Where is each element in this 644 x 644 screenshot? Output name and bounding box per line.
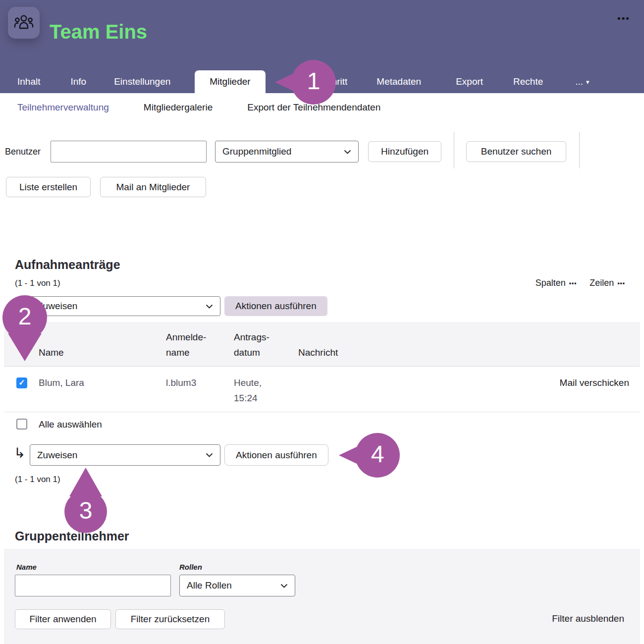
- subnav-teilnehmerverwaltung[interactable]: Teilnehmerverwaltung: [17, 102, 109, 113]
- zuweisen-select-bottom-value: Zuweisen: [37, 450, 77, 461]
- column-header-anmeldename[interactable]: Anmelde-name: [166, 329, 215, 360]
- marker-pin-left-icon: [273, 59, 337, 106]
- filter-ausblenden-link[interactable]: Filter ausblenden: [552, 613, 624, 624]
- zuweisen-select-bottom[interactable]: Zuweisen: [30, 444, 220, 466]
- column-header-nachricht[interactable]: Nachricht: [298, 345, 338, 360]
- row-checkbox[interactable]: [16, 377, 27, 388]
- step-marker-1: 1: [273, 59, 337, 106]
- filter-zuruecksetzen-button[interactable]: Filter zurücksetzen: [115, 609, 225, 629]
- mail-an-mitglieder-button[interactable]: Mail an Mitglieder: [100, 177, 206, 197]
- aktionen-ausfuehren-button-bottom[interactable]: Aktionen ausführen: [224, 444, 328, 466]
- rollen-select[interactable]: Alle Rollen: [179, 575, 295, 596]
- aktionen-ausfuehren-button-top[interactable]: Aktionen ausführen: [224, 296, 327, 316]
- zeilen-dots-icon: •••: [617, 280, 625, 287]
- divider: [454, 132, 454, 168]
- cell-login: l.blum3: [166, 375, 196, 390]
- subnav-mitgliedergalerie[interactable]: Mitgliedergalerie: [144, 102, 213, 113]
- page: Team Eins ••• Inhalt Info Einstellungen …: [0, 0, 644, 644]
- section-title-aufnahmeantraege: Aufnahmeanträge: [15, 258, 120, 272]
- tab-export[interactable]: Export: [456, 70, 483, 93]
- zuweisen-select-top[interactable]: Zuweisen: [30, 296, 220, 316]
- select-all-checkbox[interactable]: [16, 419, 27, 429]
- cell-name: Blum, Lara: [39, 375, 84, 390]
- spalten-label: Spalten: [536, 278, 566, 288]
- tab-metadaten[interactable]: Metadaten: [376, 70, 421, 93]
- tab-inhalt[interactable]: Inhalt: [17, 70, 40, 93]
- mail-verschicken-link[interactable]: Mail verschicken: [560, 375, 629, 390]
- step-marker-4: 4: [337, 432, 402, 480]
- rollen-select-value: Alle Rollen: [187, 580, 232, 591]
- zeilen-label: Zeilen: [590, 278, 614, 288]
- tab-rechte[interactable]: Rechte: [513, 70, 543, 93]
- chevron-down-icon: ▾: [586, 78, 590, 86]
- marker-number: 2: [18, 303, 32, 330]
- spalten-dots-icon: •••: [569, 280, 577, 287]
- chevron-down-icon: [206, 304, 213, 309]
- chevron-down-icon: [280, 584, 288, 588]
- tab-more[interactable]: ... ▾: [575, 70, 589, 93]
- spalten-menu[interactable]: Spalten •••: [536, 278, 577, 288]
- benutzer-suchen-button[interactable]: Benutzer suchen: [466, 141, 566, 162]
- result-count-bottom: (1 - 1 von 1): [15, 475, 60, 484]
- benutzer-label: Benutzer: [5, 141, 41, 162]
- marker-number: 1: [307, 67, 321, 95]
- filter-name-label: Name: [16, 563, 37, 571]
- step-marker-3: 3: [63, 466, 108, 534]
- tab-einstellungen[interactable]: Einstellungen: [114, 70, 170, 93]
- filter-anwenden-button[interactable]: Filter anwenden: [15, 609, 111, 629]
- table-menus: Spalten ••• Zeilen •••: [536, 278, 625, 288]
- result-count: (1 - 1 von 1): [15, 278, 60, 288]
- tab-mitglieder[interactable]: Mitglieder: [195, 70, 265, 93]
- cell-date: Heute, 15:24: [234, 375, 281, 406]
- divider: [579, 132, 580, 168]
- chevron-down-icon: [344, 150, 351, 154]
- marker-number: 3: [79, 497, 93, 524]
- benutzer-input[interactable]: [51, 141, 207, 162]
- group-icon: [8, 7, 40, 39]
- hinzufuegen-button[interactable]: Hinzufügen: [368, 141, 441, 162]
- column-header-antragsdatum[interactable]: Antrags-datum: [234, 329, 279, 360]
- select-all-label: Alle auswählen: [39, 419, 102, 430]
- tab-more-label: ...: [575, 76, 583, 87]
- filter-rollen-label: Rollen: [179, 563, 202, 571]
- page-title: Team Eins: [50, 21, 147, 43]
- chevron-down-icon: [206, 453, 213, 457]
- step-marker-2: 2: [1, 294, 49, 363]
- filter-name-input[interactable]: [15, 575, 171, 596]
- zeilen-menu[interactable]: Zeilen •••: [590, 278, 625, 288]
- role-select-value: Gruppenmitglied: [222, 146, 291, 157]
- tab-info[interactable]: Info: [70, 70, 86, 93]
- role-select[interactable]: Gruppenmitglied: [215, 141, 359, 162]
- people-group-icon: [13, 12, 34, 33]
- marker-pin-left-icon: [337, 432, 402, 480]
- marker-number: 4: [371, 440, 384, 468]
- table-header-row: Name Anmelde-name Antrags-datum Nachrich…: [4, 322, 640, 367]
- liste-erstellen-button[interactable]: Liste erstellen: [6, 177, 91, 197]
- apply-to-selection-arrow-icon: ↳: [14, 445, 25, 461]
- filter-panel: Name Rollen Alle Rollen Filter anwenden …: [4, 549, 640, 644]
- table-row: Blum, Lara l.blum3 Heute, 15:24 Mail ver…: [4, 367, 640, 412]
- header-overflow-menu-icon[interactable]: •••: [617, 13, 630, 24]
